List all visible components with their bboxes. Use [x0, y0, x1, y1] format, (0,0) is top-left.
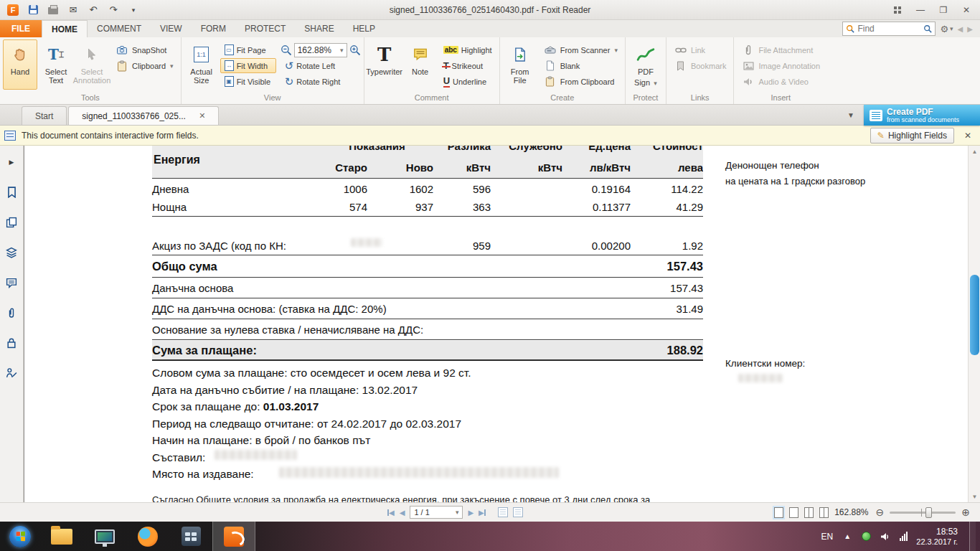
find-input[interactable] [857, 24, 920, 34]
tab-comment[interactable]: COMMENT [88, 20, 151, 37]
clipboard-button[interactable]: Clipboard ▾ [110, 58, 178, 73]
comments-panel-icon[interactable] [5, 276, 18, 289]
customize-toolbar-arrow-icon[interactable]: ▾ [126, 3, 141, 17]
snapshot-button[interactable]: SnapShot [110, 42, 178, 57]
tab-document[interactable]: signed_1100336766_025... ✕ [68, 106, 219, 125]
from-scanner-button[interactable]: From Scanner ▾ [539, 42, 622, 57]
layers-panel-icon[interactable] [5, 246, 18, 259]
last-page-icon[interactable]: ▶ [479, 509, 486, 517]
fit-width-button[interactable]: ↔ Fit Width [220, 58, 276, 73]
facing-view-icon[interactable] [804, 507, 814, 518]
save-icon[interactable] [26, 3, 40, 17]
scrollbar-thumb[interactable] [970, 275, 979, 355]
zoom-slider-handle[interactable] [925, 507, 932, 518]
security-panel-icon[interactable] [5, 336, 18, 349]
gear-icon[interactable]: ⚙▾ [940, 24, 953, 34]
tab-file[interactable]: FILE [0, 20, 42, 37]
tab-share[interactable]: SHARE [295, 20, 343, 37]
tab-help[interactable]: HELP [344, 20, 385, 37]
green-status-icon[interactable] [862, 532, 871, 541]
hand-tool-button[interactable]: Hand [3, 39, 37, 90]
continuous-view-icon[interactable] [789, 507, 798, 518]
taskbar-firefox-button[interactable] [126, 522, 169, 551]
link-button[interactable]: Link [669, 42, 731, 57]
first-page-icon[interactable]: ◀ [387, 509, 395, 517]
network-icon[interactable] [900, 532, 908, 541]
print-icon[interactable] [46, 3, 60, 17]
tab-start[interactable]: Start [22, 106, 67, 125]
select-annotation-button[interactable]: Select Annotation [75, 39, 109, 90]
taskbar-explorer-button[interactable] [40, 522, 83, 551]
bookmarks-panel-icon[interactable] [5, 186, 18, 199]
digital-signature-panel-icon[interactable] [5, 367, 18, 380]
apps-grid-icon[interactable] [887, 2, 908, 18]
tab-home[interactable]: HOME [42, 20, 88, 37]
taskbar-clock[interactable]: 18:53 22.3.2017 г. [916, 527, 961, 547]
continuous-facing-view-icon[interactable] [819, 507, 829, 518]
close-tab-icon[interactable]: ✕ [199, 111, 205, 121]
attachments-panel-icon[interactable] [5, 306, 18, 319]
zoom-out-icon[interactable] [281, 44, 292, 56]
typewriter-button[interactable]: T Typewriter [367, 39, 402, 90]
taskbar-calculator-button[interactable] [169, 522, 212, 551]
restore-button[interactable]: ❐ [933, 2, 954, 18]
highlight-button[interactable]: abc Highlight [439, 42, 496, 57]
scroll-up-icon[interactable]: ▲ [969, 146, 980, 157]
expand-panel-icon[interactable]: ▶ [5, 156, 18, 169]
pdf-sign-button[interactable]: PDF Sign ▾ [628, 39, 663, 90]
find-previous-icon[interactable]: ◀ [958, 25, 963, 33]
single-page-view-icon[interactable] [774, 507, 783, 518]
zoom-in-icon[interactable]: ⊕ [961, 507, 970, 518]
tab-protect[interactable]: PROTECT [235, 20, 295, 37]
bookmark-button[interactable]: Bookmark [669, 58, 731, 73]
from-clipboard-button[interactable]: From Clipboard [539, 74, 622, 89]
strikeout-button[interactable]: T Strikeout [439, 58, 496, 73]
create-pdf-banner[interactable]: Create PDF from scanned documents [864, 105, 980, 126]
show-desktop-button[interactable] [969, 522, 976, 551]
select-text-button[interactable]: T⌶ Select Text [39, 39, 73, 90]
scroll-down-icon[interactable]: ▼ [969, 491, 980, 502]
pages-panel-icon[interactable] [5, 216, 18, 229]
highlight-fields-button[interactable]: ✎ Highlight Fields [870, 128, 954, 143]
close-notification-icon[interactable]: ✕ [960, 131, 976, 141]
tab-form[interactable]: FORM [192, 20, 235, 37]
fit-visible-button[interactable]: ▣ Fit Visible [220, 74, 276, 89]
show-hidden-icons-arrow[interactable]: ▲ [842, 531, 853, 542]
language-indicator[interactable]: EN [821, 532, 834, 542]
image-annotation-button[interactable]: Image Annotation [737, 58, 824, 73]
zoom-level-combo[interactable]: 162.88% ▾ [294, 43, 347, 57]
minimize-button[interactable]: — [910, 2, 931, 18]
zoom-in-icon[interactable] [349, 44, 361, 56]
taskbar-remote-app-button[interactable] [83, 522, 126, 551]
vertical-scrollbar[interactable]: ▲ ▼ [968, 146, 980, 502]
search-go-icon[interactable] [923, 24, 932, 33]
audio-video-button[interactable]: Audio & Video [737, 74, 824, 89]
find-next-icon[interactable]: ▶ [967, 25, 973, 33]
next-view-icon[interactable] [513, 507, 523, 517]
volume-icon[interactable] [880, 531, 891, 542]
note-button[interactable]: Note [403, 39, 438, 90]
actual-size-button[interactable]: 1:1 Actual Size [184, 39, 219, 90]
email-icon[interactable]: ✉ [66, 3, 80, 17]
page-number-combo[interactable]: 1 / 1 ▾ [410, 506, 463, 519]
fit-page-button[interactable]: ▭ Fit Page [220, 42, 276, 57]
file-attachment-button[interactable]: File Attachment [737, 42, 824, 57]
rotate-left-button[interactable]: ↺ Rotate Left [281, 58, 339, 73]
start-button[interactable] [0, 522, 40, 551]
taskbar-foxit-button[interactable] [212, 522, 255, 551]
next-page-icon[interactable]: ▶ [468, 509, 473, 517]
previous-view-icon[interactable] [498, 507, 508, 517]
zoom-slider[interactable] [890, 512, 956, 514]
tab-view[interactable]: VIEW [151, 20, 192, 37]
document-view[interactable]: Показания Разлика Служебно Ед.цена Стойн… [24, 146, 968, 502]
close-button[interactable]: ✕ [956, 2, 977, 18]
from-file-button[interactable]: From File [503, 39, 537, 90]
zoom-out-icon[interactable]: ⊖ [876, 507, 885, 518]
previous-page-icon[interactable]: ◀ [400, 509, 405, 517]
tab-list-arrow-icon[interactable]: ▼ [847, 111, 854, 119]
foxit-logo-icon[interactable]: F [6, 3, 20, 17]
undo-icon[interactable]: ↶ [86, 3, 100, 17]
blank-button[interactable]: Blank [539, 58, 622, 73]
redo-icon[interactable]: ↷ [106, 3, 121, 17]
rotate-right-button[interactable]: ↻ Rotate Right [281, 74, 345, 89]
